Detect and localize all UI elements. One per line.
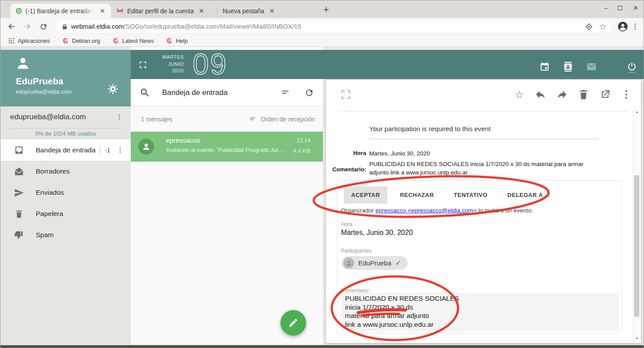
organizer-link[interactable]: epressacco <epressacco@eldia.com>: [375, 207, 477, 214]
tab-nueva-pestana[interactable]: Nueva pestaña ✕: [217, 4, 317, 18]
forward-icon[interactable]: [556, 89, 568, 100]
url-domain: webmail.eldia.com: [71, 23, 124, 30]
bookmark-aplicaciones[interactable]: Aplicaciones: [8, 38, 50, 44]
divider: [9, 128, 122, 129]
back-icon: [7, 22, 16, 31]
compose-button[interactable]: [280, 310, 306, 336]
tab-editar-perfil[interactable]: Editar perfil de la cuenta ✕: [111, 4, 217, 18]
url-bar[interactable]: webmail.eldia.com/SOGo/so/eduprueba@eldi…: [56, 20, 611, 33]
message-list-item[interactable]: epressacco 12:14 Invitación al evento: "…: [131, 132, 323, 162]
bookmark-label: Help: [176, 38, 188, 44]
invitation-actions: ACEPTAR RECHAZAR TENTATIVO DELEGAR A ...: [344, 186, 557, 204]
tab-inbox[interactable]: (-1) Bandeja de entrada | SO ✕: [10, 4, 111, 18]
expand-icon[interactable]: [139, 61, 147, 69]
sort-lines-icon: [249, 115, 257, 123]
date-block: MARTES JUNIO 2020: [156, 54, 184, 75]
search-bar[interactable]: Bandeja de entrada: [131, 79, 323, 106]
hora-label: Hora: [326, 150, 366, 158]
reply-icon[interactable]: [535, 89, 546, 100]
account-menu-icon[interactable]: [116, 113, 123, 121]
sidebar-item-trash[interactable]: Papelera: [0, 203, 131, 224]
window-bottom-frame: [0, 344, 644, 348]
sidebar-user-header: EduPrueba eduprueba@eldia.com: [0, 50, 131, 106]
participation-banner: Your participation is required to this e…: [369, 125, 491, 132]
tab-title: Nueva pestaña: [223, 8, 264, 15]
pencil-icon: [288, 318, 299, 328]
mail-icon[interactable]: [586, 61, 597, 72]
divider: [337, 111, 627, 111]
hora-value: Martes, Junio 30, 2020: [369, 150, 602, 158]
settings-gear-icon[interactable]: [107, 83, 118, 95]
sort-icon[interactable]: [280, 88, 290, 98]
contacts-icon[interactable]: [563, 61, 573, 72]
sidebar-item-inbox[interactable]: Bandeja de entrada-1: [0, 140, 131, 161]
comment-label: Comentario:: [326, 160, 366, 177]
date-month: JUNIO: [156, 61, 184, 68]
bookmark-help[interactable]: Help: [166, 38, 188, 44]
user-name: EduPrueba: [16, 76, 63, 87]
profile-avatar-icon[interactable]: [617, 21, 629, 32]
tab-close-icon[interactable]: ✕: [98, 7, 106, 15]
url-text: webmail.eldia.com/SOGo/so/eduprueba@eldi…: [71, 23, 582, 30]
inbox-icon: [14, 145, 24, 155]
sogo-favicon-icon: [15, 7, 22, 15]
meta-comment-row: Comentario: PUBLICIDAD EN REDES SOCIALES…: [326, 160, 602, 177]
bookmark-label: Latest News: [122, 38, 154, 44]
refresh-icon[interactable]: [304, 88, 314, 98]
search-input[interactable]: Bandeja de entrada: [162, 88, 280, 97]
sidebar-item-sent[interactable]: Enviados: [0, 182, 131, 203]
tentative-button[interactable]: TENTATIVO: [446, 186, 495, 204]
scroll-up-arrow[interactable]: ▲: [635, 110, 639, 114]
account-row[interactable]: eduprueba@eldia.com: [0, 106, 131, 128]
comment-block: PUBLICIDAD EN REDES SOCIALES inicia 1/7/…: [341, 293, 619, 331]
divider: [369, 139, 598, 139]
back-button[interactable]: [5, 20, 18, 33]
minimize-button[interactable]: –: [604, 5, 607, 11]
bookmark-latest-news[interactable]: Latest News: [113, 38, 154, 44]
flag-star-icon[interactable]: ☆: [514, 89, 525, 100]
close-button[interactable]: ✕: [633, 5, 638, 11]
delegate-button[interactable]: DELEGAR A ...: [500, 186, 558, 204]
extension-eye-icon[interactable]: [585, 23, 593, 30]
expand-icon[interactable]: [340, 89, 352, 100]
scroll-down-arrow[interactable]: ▼: [635, 337, 639, 340]
accept-button[interactable]: ACEPTAR: [344, 186, 387, 204]
webmail-favicon-icon: [116, 8, 124, 14]
power-icon[interactable]: [626, 61, 637, 73]
open-in-new-icon[interactable]: [599, 89, 611, 100]
comment-line: inicia 1/7/2020 x 30 ds: [345, 303, 615, 312]
decline-button[interactable]: RECHAZAR: [392, 186, 441, 204]
message-viewer-pane: ☆ Your participation is required to this…: [323, 47, 644, 344]
url-path: /SOGo/so/eduprueba@eldia.com/Mail/view#!…: [124, 23, 301, 30]
comment-line: material para armar adjunto: [345, 311, 615, 320]
accepted-check-icon: ✓: [395, 259, 401, 267]
sidebar-item-spam[interactable]: Spam: [0, 224, 131, 246]
trash-icon: [14, 209, 24, 219]
participants-label: Participantes: [341, 248, 371, 254]
meta-hora-row: Hora Martes, Junio 30, 2020: [326, 150, 602, 158]
date-day: 09: [193, 47, 227, 81]
participant-chip[interactable]: EduPrueba ✓: [342, 256, 408, 270]
tab-close-icon[interactable]: ✕: [197, 7, 206, 15]
hora-value: Martes, Junio 30, 2020: [341, 229, 413, 237]
viewer-scrollbar[interactable]: ▲ ▼: [633, 109, 640, 341]
reload-button[interactable]: [37, 20, 50, 33]
scrollbar-thumb[interactable]: [634, 175, 639, 317]
more-options-icon[interactable]: [621, 89, 632, 100]
comment-line: PUBLICIDAD EN REDES SOCIALES: [345, 294, 615, 303]
comment-line: link a www.jursoc.unlp.edu.ar: [345, 320, 615, 329]
sort-order-control[interactable]: Orden de recepción: [249, 115, 315, 123]
calendar-icon[interactable]: [539, 61, 550, 72]
browser-menu-icon[interactable]: [631, 23, 639, 30]
folder-menu-icon[interactable]: [117, 146, 124, 154]
new-tab-button[interactable]: +: [323, 4, 329, 15]
tab-close-icon[interactable]: ✕: [268, 7, 276, 15]
maximize-button[interactable]: [618, 6, 622, 10]
sidebar-item-drafts[interactable]: Borradores: [0, 161, 131, 182]
message-card: ☆ Your participation is required to this…: [326, 80, 641, 343]
forward-button[interactable]: [21, 20, 34, 33]
bookmark-star-icon[interactable]: ☆: [599, 22, 606, 32]
delete-icon[interactable]: [578, 89, 589, 100]
folder-label: Papelera: [36, 210, 124, 218]
bookmark-debian[interactable]: Debian.org: [62, 38, 100, 44]
